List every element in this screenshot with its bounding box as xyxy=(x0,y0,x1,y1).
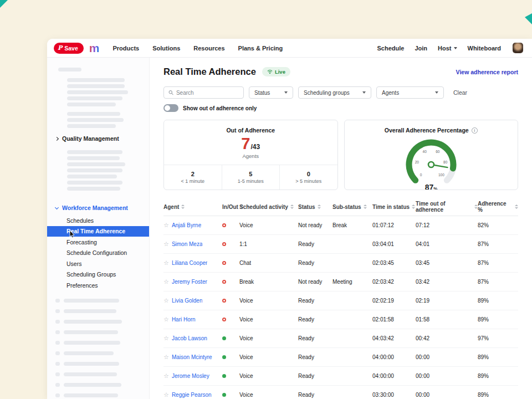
nav-item-schedule[interactable]: Schedule xyxy=(377,45,405,52)
skeleton-bar xyxy=(67,124,116,128)
time-out-of-adherence-cell: 01:58 xyxy=(416,316,478,323)
workforce-items: SchedulesReal Time AdherenceForecastingS… xyxy=(47,215,149,291)
agents-filter[interactable]: Agents xyxy=(376,86,444,99)
inout-cell xyxy=(215,336,239,340)
adherence-cell: 89% xyxy=(478,392,518,398)
star-icon[interactable]: ☆ xyxy=(163,392,169,398)
inout-cell xyxy=(215,393,239,397)
toggle-row: Show out of adherence only xyxy=(163,104,518,112)
out-of-adherence-toggle[interactable] xyxy=(163,104,178,112)
sidebar-item-quality-management[interactable]: Quality Management xyxy=(47,134,149,144)
agent-link[interactable]: Maison Mcintyre xyxy=(172,354,212,360)
skeleton-bar xyxy=(64,309,116,313)
agent-link[interactable]: Jeremy Foster xyxy=(172,279,207,285)
star-icon[interactable]: ☆ xyxy=(163,279,169,285)
star-icon[interactable]: ☆ xyxy=(163,316,169,323)
sidebar-item-schedules[interactable]: Schedules xyxy=(47,215,149,226)
gauge-tick-label: 100 xyxy=(438,173,444,177)
column-header-scheduled-activity[interactable]: Scheduled activity xyxy=(239,204,298,210)
time-out-of-adherence-cell: 00:00 xyxy=(416,392,478,398)
bucket-label: < 1 minute xyxy=(181,178,204,184)
sort-icon xyxy=(290,204,294,209)
column-header-sub-status[interactable]: Sub-status xyxy=(332,204,372,210)
skeleton-group-5 xyxy=(47,299,149,397)
skeleton-bar xyxy=(67,168,122,172)
top-nav: P Save m ProductsSolutionsResourcesPlans… xyxy=(47,39,532,58)
app-logo[interactable]: m xyxy=(89,42,100,54)
agent-link[interactable]: Anjali Byrne xyxy=(172,222,201,228)
nav-item-plans-pricing[interactable]: Plans & Pricing xyxy=(238,45,283,52)
agent-link[interactable]: Livia Golden xyxy=(172,298,203,304)
section-label: Workforce Management xyxy=(62,204,128,211)
agent-cell: ☆Simon Meza xyxy=(163,241,215,247)
table-row: ☆Anjali ByrneVoiceNot readyBreak01:07:12… xyxy=(163,216,518,235)
skeleton-bar xyxy=(64,393,118,397)
inout-out-indicator xyxy=(222,318,226,321)
column-label: In/Out xyxy=(222,204,238,210)
skeleton-row xyxy=(47,362,149,366)
decoration-corner-right xyxy=(525,13,532,24)
skeleton-bar xyxy=(67,118,124,122)
sidebar-item-forecasting[interactable]: Forecasting xyxy=(47,237,149,248)
agent-link[interactable]: Jacob Lawson xyxy=(172,335,207,341)
sidebar-item-workforce-management[interactable]: Workforce Management xyxy=(47,203,149,213)
info-icon[interactable]: i xyxy=(472,127,478,134)
sidebar-item-users[interactable]: Users xyxy=(47,258,149,269)
nav-right-items: ScheduleJoinHostWhiteboard xyxy=(377,43,523,53)
table-row: ☆Hari HornVoiceReady02:01:5801:5889% xyxy=(163,310,518,329)
chevron-down-icon xyxy=(435,91,438,94)
nav-item-whiteboard[interactable]: Whiteboard xyxy=(468,45,502,52)
star-icon[interactable]: ☆ xyxy=(163,373,169,379)
column-header-time-out-of-adherence[interactable]: Time out of adherence xyxy=(416,201,478,213)
time-out-of-adherence-cell: 03:42 xyxy=(416,279,478,285)
nav-item-join[interactable]: Join xyxy=(415,45,427,52)
nav-item-host[interactable]: Host xyxy=(438,45,457,52)
status-filter[interactable]: Status xyxy=(249,86,293,99)
agent-link[interactable]: Jerome Mosley xyxy=(172,373,209,379)
status-cell: Ready xyxy=(298,335,332,341)
agent-link[interactable]: Reggie Pearson xyxy=(172,392,212,398)
agent-link[interactable]: Simon Meza xyxy=(172,241,203,247)
sort-icon xyxy=(412,204,415,209)
star-icon[interactable]: ☆ xyxy=(163,260,169,266)
sidebar-item-label: Real Time Adherence xyxy=(66,228,125,234)
star-icon[interactable]: ☆ xyxy=(163,241,169,247)
skeleton-dash xyxy=(55,362,60,366)
chevron-down-icon xyxy=(454,47,457,49)
user-avatar[interactable] xyxy=(513,43,523,53)
sidebar-item-real-time-adherence[interactable]: Real Time Adherence xyxy=(47,226,149,237)
pinterest-save-button[interactable]: P Save xyxy=(54,43,84,54)
sidebar-item-preferences[interactable]: Preferences xyxy=(47,280,149,291)
view-adherence-report-link[interactable]: View adherence report xyxy=(456,69,518,75)
column-header-status[interactable]: Status xyxy=(298,204,332,210)
nav-item-solutions[interactable]: Solutions xyxy=(152,45,180,52)
sidebar-item-scheduling-groups[interactable]: Scheduling Groups xyxy=(47,269,149,280)
agent-link[interactable]: Liliana Cooper xyxy=(172,260,208,266)
star-icon[interactable]: ☆ xyxy=(163,298,169,304)
column-header-agent[interactable]: Agent xyxy=(163,204,215,210)
scheduling-groups-filter[interactable]: Scheduling groups xyxy=(298,86,371,99)
pinterest-save-label: Save xyxy=(64,45,78,52)
star-icon[interactable]: ☆ xyxy=(163,354,169,360)
skeleton-group-2 xyxy=(47,78,149,106)
agent-cell: ☆Liliana Cooper xyxy=(163,260,215,266)
star-icon[interactable]: ☆ xyxy=(163,222,169,228)
agent-cell: ☆Jeremy Foster xyxy=(163,279,215,285)
inout-cell xyxy=(215,242,239,246)
nav-item-products[interactable]: Products xyxy=(113,45,140,52)
column-header-in-out[interactable]: In/Out xyxy=(215,204,239,210)
sidebar-item-schedule-configuration[interactable]: Schedule Configuration xyxy=(47,248,149,259)
inout-cell xyxy=(215,223,239,227)
column-header-time-in-status[interactable]: Time in status xyxy=(372,204,416,210)
section-label: Quality Management xyxy=(62,135,119,142)
star-icon[interactable]: ☆ xyxy=(163,335,169,341)
table-body: ☆Anjali ByrneVoiceNot readyBreak01:07:12… xyxy=(163,216,518,399)
search-input[interactable] xyxy=(176,90,239,96)
agent-link[interactable]: Hari Horn xyxy=(172,316,196,323)
nav-item-resources[interactable]: Resources xyxy=(193,45,224,52)
gauge-tick-label: 40 xyxy=(422,150,427,154)
agent-cell: ☆Maison Mcintyre xyxy=(163,354,215,360)
bucket-over-5-minutes: 0 > 5 minutes xyxy=(279,165,337,190)
column-header-adherence[interactable]: Adherence % xyxy=(478,201,518,213)
clear-filters-button[interactable]: Clear xyxy=(453,89,467,96)
